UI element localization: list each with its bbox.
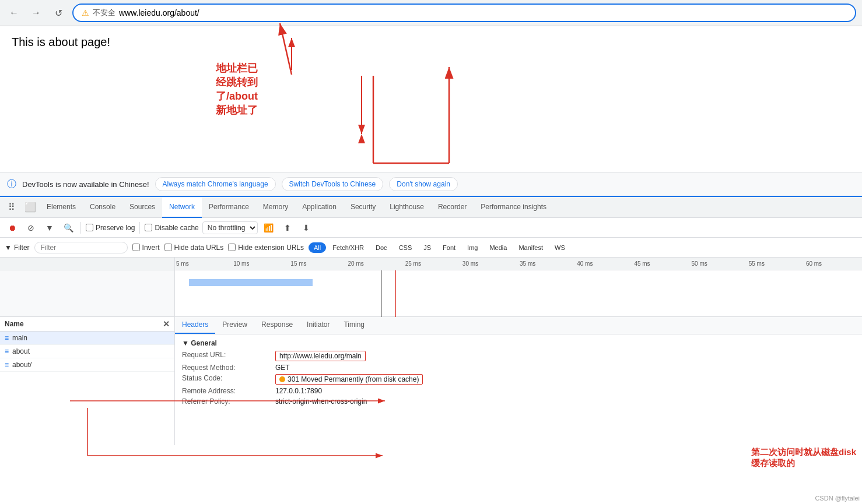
timeline-ticks: 5 ms10 ms15 ms20 ms25 ms30 ms35 ms40 ms4… — [175, 258, 862, 270]
status-dot — [279, 376, 285, 382]
file-icon: ≡ — [5, 361, 9, 369]
resource-type-doc[interactable]: Doc — [370, 242, 393, 253]
back-button[interactable]: ← — [6, 5, 22, 21]
wifi-icon[interactable]: 📶 — [261, 220, 276, 235]
resource-type-js[interactable]: JS — [418, 242, 436, 253]
resource-type-ws[interactable]: WS — [549, 242, 570, 253]
hide-data-urls-checkbox[interactable]: Hide data URLs — [164, 244, 224, 252]
invert-checkbox[interactable]: Invert — [132, 244, 160, 252]
dont-show-again-button[interactable]: Don't show again — [389, 177, 458, 191]
address-bar[interactable]: ⚠ 不安全 www.leiedu.org/about/ — [72, 3, 856, 22]
timeline-tick: 55 ms — [748, 260, 805, 267]
resource-type-manifest[interactable]: Manifest — [513, 242, 548, 253]
tab-performance[interactable]: Performance — [202, 197, 256, 218]
close-detail-button[interactable]: ✕ — [163, 319, 170, 329]
detail-key: Request URL: — [182, 351, 275, 361]
timeline-tick: 35 ms — [518, 260, 576, 267]
clear-button[interactable]: ⊘ — [23, 220, 38, 235]
match-language-button[interactable]: Always match Chrome's language — [155, 177, 276, 191]
hide-data-urls-input[interactable] — [164, 244, 172, 251]
detail-key: Status Code: — [182, 374, 275, 385]
header-row: Request Method:GET — [182, 364, 855, 372]
timeline-tick: 30 ms — [461, 260, 518, 267]
detail-key: Remote Address: — [182, 387, 275, 395]
file-icon: ≡ — [5, 334, 9, 342]
resource-type-css[interactable]: CSS — [394, 242, 418, 253]
name-items: ≡main≡about≡about/ — [0, 332, 174, 372]
timeline-tick: 50 ms — [691, 260, 748, 267]
insecure-label: 不安全 — [93, 8, 115, 18]
resource-type-img[interactable]: Img — [462, 242, 483, 253]
info-icon: ⓘ — [7, 178, 16, 191]
waterfall-marker-2 — [395, 270, 396, 317]
tab-console[interactable]: Console — [83, 197, 122, 218]
tab-application[interactable]: Application — [295, 197, 344, 218]
tab-memory[interactable]: Memory — [256, 197, 295, 218]
preserve-log-input[interactable] — [86, 224, 93, 231]
tab-lighthouse[interactable]: Lighthouse — [383, 197, 431, 218]
devtools-notification: ⓘ DevTools is now available in Chinese! … — [0, 172, 862, 196]
status-value: 301 Moved Permanently (from disk cache) — [275, 374, 423, 385]
tab-security[interactable]: Security — [344, 197, 383, 218]
waterfall-bar-main — [189, 279, 313, 286]
detail-tab-preview[interactable]: Preview — [215, 317, 254, 334]
hide-ext-urls-checkbox[interactable]: Hide extension URLs — [228, 244, 304, 252]
name-item-about[interactable]: ≡about — [0, 345, 174, 358]
plain-value: strict-origin-when-cross-origin — [275, 397, 367, 406]
timeline-tick: 45 ms — [633, 260, 690, 267]
file-icon: ≡ — [5, 347, 9, 355]
filter-toggle[interactable]: ▼ Filter — [5, 244, 30, 252]
detail-tab-headers[interactable]: Headers — [175, 317, 215, 334]
resource-type-media[interactable]: Media — [484, 242, 512, 253]
plain-value: 127.0.0.1:7890 — [275, 387, 322, 395]
timeline-tick: 25 ms — [404, 260, 461, 267]
throttling-select[interactable]: No throttling — [202, 221, 258, 234]
detail-tab-response[interactable]: Response — [254, 317, 300, 334]
waterfall-marker-1 — [381, 270, 382, 317]
header-row: Referrer Policy:strict-origin-when-cross… — [182, 397, 855, 406]
devtools-panel: ⠿ ⬜ Elements Console Sources Network Per… — [0, 196, 862, 445]
timeline-tick: 20 ms — [347, 260, 404, 267]
detail-key: Request Method: — [182, 364, 275, 372]
detail-tab-initiator[interactable]: Initiator — [300, 317, 337, 334]
tab-sources[interactable]: Sources — [122, 197, 162, 218]
reload-button[interactable]: ↺ — [50, 5, 66, 21]
filter-input-wrapper — [34, 242, 128, 253]
filter-icon-btn[interactable]: ▼ — [42, 220, 57, 235]
tab-elements[interactable]: Elements — [40, 197, 83, 218]
header-row: Remote Address:127.0.0.1:7890 — [182, 387, 855, 395]
network-main-area: Name ✕ ≡main≡about≡about/ Headers Previe… — [0, 317, 862, 445]
headers-content: ▼ General Request URL: http://www.leiedu… — [175, 334, 862, 413]
timeline-tick: 60 ms — [805, 260, 862, 267]
record-button[interactable]: ⏺ — [5, 220, 20, 235]
inspect-element-icon[interactable]: ⠿ — [2, 198, 21, 217]
disable-cache-input[interactable] — [145, 224, 152, 231]
tab-performance-insights[interactable]: Performance insights — [474, 197, 553, 218]
name-list: Name ✕ ≡main≡about≡about/ — [0, 317, 175, 445]
name-item-main[interactable]: ≡main — [0, 332, 174, 345]
switch-chinese-button[interactable]: Switch DevTools to Chinese — [282, 177, 384, 191]
timeline-tick: 40 ms — [576, 260, 633, 267]
hide-ext-urls-input[interactable] — [228, 244, 236, 251]
forward-button[interactable]: → — [28, 5, 44, 21]
name-item-about/[interactable]: ≡about/ — [0, 358, 174, 372]
waterfall-name-col — [0, 270, 175, 316]
disable-cache-checkbox[interactable]: Disable cache — [145, 224, 198, 232]
tab-network[interactable]: Network — [162, 197, 202, 218]
detail-tab-timing[interactable]: Timing — [337, 317, 372, 334]
resource-type-all[interactable]: All — [309, 242, 326, 253]
filter-input[interactable] — [41, 244, 121, 252]
url-value: http://www.leiedu.org/main — [275, 351, 366, 361]
page-content: This is about page! — [0, 26, 862, 166]
device-toolbar-icon[interactable]: ⬜ — [21, 198, 40, 217]
tab-recorder[interactable]: Recorder — [431, 197, 474, 218]
invert-input[interactable] — [132, 244, 140, 251]
search-button[interactable]: 🔍 — [61, 220, 76, 235]
insecure-icon: ⚠ — [82, 8, 89, 17]
resource-type-font[interactable]: Font — [437, 242, 461, 253]
download-icon[interactable]: ⬇ — [299, 220, 314, 235]
upload-icon[interactable]: ⬆ — [280, 220, 295, 235]
resource-type-fetch/xhr[interactable]: Fetch/XHR — [327, 242, 369, 253]
url-box: http://www.leiedu.org/main — [275, 351, 366, 361]
preserve-log-checkbox[interactable]: Preserve log — [86, 224, 135, 232]
